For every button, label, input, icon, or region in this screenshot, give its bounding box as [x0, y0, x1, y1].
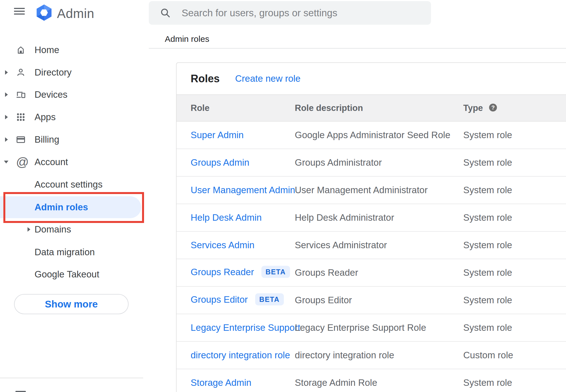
- sidebar-item-home[interactable]: Home: [0, 39, 149, 61]
- role-link[interactable]: Groups Admin: [191, 157, 249, 168]
- role-name: Storage Admin: [191, 377, 251, 388]
- sidebar-item-label: Home: [35, 45, 59, 55]
- sidebar-bottom-divider: [0, 378, 143, 378]
- app-title: Admin: [57, 6, 94, 21]
- expand-right-icon: [5, 137, 8, 142]
- beta-badge: BETA: [255, 293, 284, 306]
- role-name: directory integration role: [191, 350, 290, 360]
- role-description: Groups Administrator: [295, 157, 382, 168]
- search-bar: [149, 1, 431, 25]
- expand-right-icon: [28, 227, 30, 232]
- beta-badge: BETA: [261, 266, 290, 278]
- roles-card-header: Roles Create new role: [177, 63, 566, 94]
- role-description: Google Apps Administrator Seed Role: [295, 130, 450, 140]
- role-type: System role: [463, 212, 512, 223]
- table-row: Super Admin Google Apps Administrator Se…: [177, 122, 566, 149]
- sidebar-item-label: Account settings: [35, 179, 102, 190]
- role-name: Legacy Enterprise Support: [191, 322, 300, 333]
- clipped-device-icon: [15, 391, 26, 392]
- help-icon[interactable]: ?: [489, 104, 497, 111]
- role-link[interactable]: directory integration role: [191, 350, 290, 361]
- show-more-button[interactable]: Show more: [14, 294, 129, 314]
- sidebar-item-admin-roles[interactable]: Admin roles: [0, 196, 149, 218]
- role-link[interactable]: Services Admin: [191, 240, 254, 250]
- role-type: System role: [463, 377, 512, 388]
- expand-right-icon: [5, 70, 8, 75]
- role-description: Legacy Enterprise Support Role: [295, 322, 426, 333]
- table-row: Storage Admin Storage Admin Role System …: [177, 369, 566, 392]
- table-row: Help Desk Admin Help Desk Administrator …: [177, 204, 566, 232]
- column-header-role: Role: [191, 103, 209, 113]
- apps-grid-icon: [16, 112, 26, 122]
- role-description: Storage Admin Role: [295, 377, 377, 388]
- sidebar-item-devices[interactable]: Devices: [0, 84, 149, 106]
- role-name: Groups Admin: [191, 157, 249, 168]
- expand-right-icon: [5, 92, 8, 97]
- table-header-row: Role Role description Type?: [177, 94, 566, 122]
- sidebar-item-label: Directory: [35, 67, 72, 78]
- role-name: User Management Admin: [191, 185, 295, 195]
- sidebar-item-label: Data migration: [35, 247, 95, 257]
- table-row: Groups EditorBETA Groups Editor System r…: [177, 287, 566, 314]
- create-new-role-link[interactable]: Create new role: [235, 73, 300, 84]
- role-type: System role: [463, 322, 512, 333]
- table-row: Groups Admin Groups Administrator System…: [177, 149, 566, 177]
- role-link[interactable]: Groups ReaderBETA: [191, 267, 290, 279]
- sidebar-item-directory[interactable]: Directory: [0, 61, 149, 83]
- sidebar-item-data-migration[interactable]: Data migration: [0, 241, 149, 263]
- role-type: System role: [463, 240, 512, 250]
- sidebar-item-label: Devices: [35, 89, 67, 100]
- sidebar-item-account[interactable]: @ Account: [0, 151, 149, 173]
- table-row: directory integration role directory int…: [177, 342, 566, 369]
- role-link[interactable]: Legacy Enterprise Support: [191, 322, 300, 333]
- google-admin-logo-icon: [36, 4, 53, 21]
- role-description: directory integration role: [295, 350, 394, 361]
- role-description: Groups Reader: [295, 267, 358, 278]
- sidebar-item-domains[interactable]: Domains: [0, 218, 149, 240]
- role-type: System role: [463, 295, 512, 306]
- search-input[interactable]: [149, 1, 431, 25]
- breadcrumb: Admin roles: [165, 34, 209, 44]
- role-description: Help Desk Administrator: [295, 212, 394, 223]
- sidebar-item-billing[interactable]: Billing: [0, 129, 149, 151]
- expand-down-icon: [4, 161, 8, 163]
- roles-table-body: Super Admin Google Apps Administrator Se…: [177, 122, 566, 392]
- role-link[interactable]: Super Admin: [191, 130, 244, 140]
- role-name: Super Admin: [191, 130, 244, 140]
- role-link[interactable]: Storage Admin: [191, 377, 251, 388]
- role-name: Groups Reader: [191, 267, 254, 277]
- hamburger-menu-icon[interactable]: [14, 8, 25, 15]
- role-type: System role: [463, 267, 512, 278]
- roles-card: Roles Create new role Role Role descript…: [176, 62, 566, 392]
- table-row: User Management Admin User Management Ad…: [177, 177, 566, 204]
- person-icon: [16, 68, 26, 77]
- sidebar-item-label: Account: [35, 157, 68, 167]
- sidebar-item-label: Apps: [35, 112, 56, 122]
- sidebar-item-label: Admin roles: [35, 202, 88, 213]
- role-link[interactable]: Groups EditorBETA: [191, 294, 284, 306]
- role-name: Groups Editor: [191, 294, 248, 305]
- role-description: Services Administrator: [295, 240, 387, 250]
- expand-right-icon: [5, 115, 8, 119]
- card-title: Roles: [191, 73, 220, 85]
- role-type: Custom role: [463, 350, 513, 361]
- at-sign-icon: @: [16, 155, 29, 169]
- role-link[interactable]: User Management Admin: [191, 185, 295, 195]
- column-header-type: Type?: [463, 103, 497, 113]
- table-row: Legacy Enterprise Support Legacy Enterpr…: [177, 314, 566, 342]
- sidebar-item-google-takeout[interactable]: Google Takeout: [0, 263, 149, 285]
- role-link[interactable]: Help Desk Admin: [191, 212, 262, 223]
- sidebar-item-account-settings[interactable]: Account settings: [0, 174, 149, 195]
- header-divider: [149, 48, 566, 49]
- role-description: User Management Administrator: [295, 185, 428, 195]
- role-type: System role: [463, 185, 512, 195]
- sidebar-item-apps[interactable]: Apps: [0, 106, 149, 128]
- devices-icon: [16, 90, 26, 99]
- role-description: Groups Editor: [295, 295, 352, 306]
- role-type: System role: [463, 130, 512, 140]
- role-name: Help Desk Admin: [191, 212, 262, 223]
- sidebar-item-label: Google Takeout: [35, 269, 99, 280]
- table-row: Groups ReaderBETA Groups Reader System r…: [177, 259, 566, 287]
- home-icon: [16, 45, 26, 55]
- role-type: System role: [463, 157, 512, 168]
